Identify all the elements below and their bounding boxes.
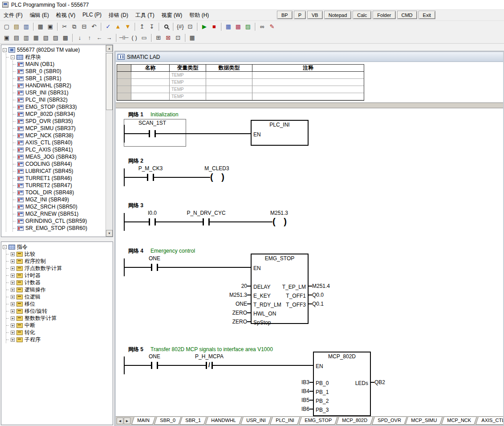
quick-launch-button[interactable]: Calc xyxy=(353,11,371,19)
comment-cell[interactable] xyxy=(252,79,364,86)
coil[interactable] xyxy=(210,172,224,183)
row-selector[interactable] xyxy=(117,72,131,79)
menu-item[interactable]: 排错 (D) xyxy=(105,10,132,20)
tree-item-instruction-category[interactable]: + 浮点数数学计算 xyxy=(6,265,113,272)
data-type-cell[interactable] xyxy=(206,72,252,79)
insert-contact-icon[interactable]: ⊣⊢ xyxy=(118,33,130,42)
tree-item-block[interactable]: HANDWHL (SBR2) xyxy=(13,82,106,89)
save-icon[interactable]: ▥ xyxy=(21,22,31,31)
compile-icon[interactable]: ✓ xyxy=(103,22,113,31)
name-cell[interactable] xyxy=(131,86,170,93)
input-operand[interactable]: IB5 xyxy=(247,396,309,405)
output-window-icon[interactable]: ▩ xyxy=(61,33,70,42)
network-header[interactable]: 网络 4 Emergency control xyxy=(128,247,195,255)
quick-launch-button[interactable]: Folder xyxy=(373,11,395,19)
data-type-cell[interactable] xyxy=(206,79,252,86)
contact[interactable] xyxy=(147,174,154,181)
tree-item-program-blocks[interactable]: - 程序块 xyxy=(6,53,106,61)
var-type-cell[interactable]: TEMP xyxy=(170,86,206,93)
tree-item-block[interactable]: SR_EMG_STOP (SBR60) xyxy=(13,225,106,232)
expand-toggle[interactable]: - xyxy=(11,55,15,59)
insert-coil-icon[interactable]: ( ) xyxy=(130,33,139,42)
expand-toggle[interactable]: + xyxy=(11,281,15,285)
download-icon[interactable]: ▼ xyxy=(123,22,133,31)
expand-toggle[interactable]: + xyxy=(11,259,15,263)
function-box[interactable]: PLC_INI EN xyxy=(251,120,309,146)
row-selector[interactable] xyxy=(117,79,131,86)
tree-item-instruction-category[interactable]: + 计时器 xyxy=(6,272,113,279)
program-tab[interactable]: SBR_0 xyxy=(154,417,181,425)
data-type-cell[interactable] xyxy=(206,93,252,100)
menu-item[interactable]: 工具 (T) xyxy=(132,10,158,20)
sort-ascending-icon[interactable]: ↥ xyxy=(137,22,147,31)
write-pen-icon[interactable]: ✎ xyxy=(267,22,277,31)
program-tab[interactable]: PLC_INI xyxy=(270,417,300,425)
menu-item[interactable]: PLC (P) xyxy=(79,10,105,20)
tree-item-instructions-root[interactable]: - 指令 xyxy=(3,243,113,250)
expand-toggle[interactable]: + xyxy=(11,295,15,299)
negated-contact[interactable] xyxy=(206,362,213,369)
data-type-cell[interactable] xyxy=(206,86,252,93)
program-tab[interactable]: AXIS_CTL xyxy=(476,417,503,425)
menu-item[interactable]: 编辑 (E) xyxy=(26,10,53,20)
expand-toggle[interactable]: + xyxy=(11,252,15,256)
tree-item-block[interactable]: PLC_INI (SBR32) xyxy=(13,96,106,103)
address-icon[interactable]: {#} xyxy=(175,22,185,31)
tree-item-block[interactable]: MCP_802D (SBR34) xyxy=(13,111,106,118)
expand-toggle[interactable]: + xyxy=(11,274,15,278)
contact-operand[interactable]: P_M_CK3 xyxy=(124,165,177,172)
data-status-icon[interactable]: ▨ xyxy=(243,22,253,31)
sort-descending-icon[interactable]: ↧ xyxy=(147,22,157,31)
expand-toggle[interactable]: + xyxy=(11,309,15,313)
line-up-icon[interactable]: ↑ xyxy=(85,33,94,42)
tree-item-block[interactable]: USR_INI (SBR31) xyxy=(13,89,106,96)
symbol-info-icon[interactable]: ⊡ xyxy=(185,22,195,31)
tree-item-block[interactable]: PLC_AXIS (SBR41) xyxy=(13,146,106,153)
contact[interactable] xyxy=(149,130,156,137)
tree-item-block[interactable]: TURRET2 (SBR47) xyxy=(13,182,106,189)
input-operand[interactable]: M251.3 xyxy=(185,291,247,299)
pane-splitter[interactable] xyxy=(116,102,503,108)
network-header[interactable]: 网络 3 xyxy=(128,202,143,209)
open-folder-icon[interactable]: ▤ xyxy=(12,22,21,31)
expand-toggle[interactable]: + xyxy=(11,338,15,342)
paste-icon[interactable]: ⊟ xyxy=(79,22,89,31)
expand-toggle[interactable]: + xyxy=(11,288,15,292)
print-preview-icon[interactable]: ▣ xyxy=(45,22,55,31)
program-tab[interactable]: MCP_802D xyxy=(336,417,373,425)
tree-item-block[interactable]: LUBRICAT (SBR45) xyxy=(13,168,106,175)
quick-launch-button[interactable]: Notepad xyxy=(324,11,352,19)
line-left-icon[interactable]: ← xyxy=(94,33,104,42)
stop-icon[interactable]: ■ xyxy=(209,22,219,31)
network-comment-icon[interactable]: ⊡ xyxy=(173,33,183,42)
quick-launch-button[interactable]: P xyxy=(294,11,306,19)
quick-launch-button[interactable]: BP xyxy=(277,11,293,19)
tree-item-instruction-category[interactable]: + 整数数学计算 xyxy=(6,315,113,322)
quick-launch-button[interactable]: CMD xyxy=(397,11,417,19)
menu-item[interactable]: 检视 (V) xyxy=(53,10,79,20)
name-cell[interactable] xyxy=(131,72,170,79)
menu-item[interactable]: 文件 (F) xyxy=(0,10,26,20)
output-operand[interactable]: Q0.1 xyxy=(312,299,374,308)
comment-cell[interactable] xyxy=(252,72,364,79)
window-nav-icon[interactable]: ▣ xyxy=(2,33,12,42)
comment-cell[interactable] xyxy=(252,86,364,93)
tree-item-instruction-category[interactable]: + 转化 xyxy=(6,329,113,336)
input-operand[interactable]: IB6 xyxy=(247,405,309,414)
network-header[interactable]: 网络 2 xyxy=(128,157,143,165)
tree-item-block[interactable]: GRINDING_CTL (SBR59) xyxy=(13,217,106,225)
var-type-cell[interactable]: TEMP xyxy=(170,79,206,86)
tree-item-block[interactable]: MCP_SIMU (SBR37) xyxy=(13,125,106,132)
program-tab[interactable]: MCP_SIMU xyxy=(405,417,443,425)
tree-item-instruction-category[interactable]: + 移位 xyxy=(6,300,113,307)
expand-toggle[interactable]: - xyxy=(3,245,7,249)
scroll-down-icon[interactable]: ▼ xyxy=(106,230,113,237)
cut-icon[interactable]: ✂ xyxy=(60,22,69,31)
tree-item-block[interactable]: MEAS_JOG (SBR43) xyxy=(13,153,106,160)
output-operand[interactable]: M251.4 xyxy=(312,282,374,291)
line-down-icon[interactable]: ↓ xyxy=(75,33,85,42)
input-operand[interactable]: IB4 xyxy=(247,387,309,396)
chart-status-icon[interactable]: ▩ xyxy=(233,22,243,31)
tree-item-block[interactable]: MGZ_INI (SBR49) xyxy=(13,196,106,203)
status-chart-icon[interactable]: ▦ xyxy=(31,33,41,42)
